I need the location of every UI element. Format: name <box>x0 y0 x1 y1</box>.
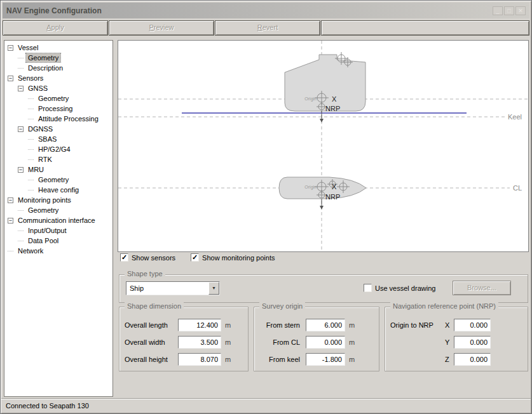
show-sensors-checkbox[interactable]: ✓ <box>120 253 128 262</box>
tree-item-label: HP/G2/G4 <box>36 145 72 154</box>
origin-to-nrp-label: Origin to NRP <box>390 321 445 329</box>
tree-collapse-icon[interactable]: − <box>8 45 13 51</box>
overall-length-label: Overall length <box>125 321 178 329</box>
tree-item-label: Input/Output <box>26 226 69 235</box>
overall-height-input[interactable] <box>178 353 221 366</box>
shape-type-select[interactable]: Ship ▼ <box>126 281 220 295</box>
nrp-z-input[interactable] <box>454 353 491 366</box>
preview-button[interactable]: Preview <box>109 20 214 36</box>
tree-collapse-icon[interactable]: − <box>18 167 24 173</box>
tree-item-vessel[interactable]: −Vessel <box>4 43 113 53</box>
tree-item-communication-interface[interactable]: −Communication interface <box>4 215 113 225</box>
revert-button[interactable]: Revert <box>215 20 320 36</box>
side-view-hull <box>285 55 365 111</box>
use-vessel-drawing-checkbox[interactable] <box>364 284 372 292</box>
maximize-icon[interactable]: □ <box>504 6 514 15</box>
tree-item-geometry[interactable]: Geometry <box>4 53 113 63</box>
tree-item-mru[interactable]: −MRU <box>4 164 113 175</box>
x-label-top: X <box>332 183 337 190</box>
from-cl-row: From CL m <box>259 333 379 351</box>
z-axis-arrowhead-side <box>320 119 324 123</box>
tree-collapse-icon[interactable]: − <box>18 126 24 132</box>
tree-connector <box>18 68 24 69</box>
from-stern-input[interactable] <box>306 319 345 331</box>
tree-connector <box>28 180 34 180</box>
tree-item-label: DGNSS <box>26 124 55 133</box>
overall-height-row: Overall height m <box>125 351 248 368</box>
survey-origin-group: Survey origin From stern m From CL m Fro… <box>254 307 379 371</box>
tree-item-processing[interactable]: Processing <box>4 104 113 114</box>
close-icon[interactable]: ✕ <box>515 6 526 15</box>
origin-label-side: Origin <box>304 97 317 102</box>
tree-item-monitoring-points[interactable]: −Monitoring points <box>4 195 113 205</box>
tree-item-geometry[interactable]: Geometry <box>4 93 113 104</box>
browse-button[interactable]: Browse... <box>453 281 511 295</box>
nrp-x-input[interactable] <box>454 319 491 331</box>
z-axis-arrowhead-top <box>320 206 324 210</box>
from-stern-row: From stern m <box>259 316 379 333</box>
nrp-group: Navigation reference point (NRP) Origin … <box>385 307 528 371</box>
minimize-icon[interactable]: _ <box>493 6 503 15</box>
tree-connector <box>28 190 34 190</box>
apply-button[interactable]: Apply <box>3 20 108 36</box>
nrp-z-row: Z <box>390 351 528 368</box>
tree-collapse-icon[interactable]: − <box>18 86 24 91</box>
overall-length-input[interactable] <box>178 319 221 331</box>
tree-item-geometry[interactable]: Geometry <box>4 205 113 215</box>
status-bar: Connected to Seapath 130 <box>1 398 531 413</box>
show-monitoring-points-label: Show monitoring points <box>202 254 275 262</box>
tree-collapse-icon[interactable]: − <box>8 76 13 81</box>
tree-item-geometry[interactable]: Geometry <box>4 175 113 185</box>
tree-item-sbas[interactable]: SBAS <box>4 134 113 144</box>
cl-label: CL <box>513 184 522 192</box>
tree-item-label: Vessel <box>16 43 40 52</box>
tree-item-heave-config[interactable]: Heave config <box>4 185 113 195</box>
use-vessel-drawing-option: Use vessel drawing <box>364 284 435 292</box>
view-options: ✓ Show sensors ✓ Show monitoring points <box>120 253 290 262</box>
toolbar-filler <box>321 20 529 36</box>
from-stern-label: From stern <box>259 321 300 329</box>
tree-item-dgnss[interactable]: −DGNSS <box>4 124 113 134</box>
shape-dimension-group-label: Shape dimension <box>125 302 184 310</box>
tree-item-label: Geometry <box>36 94 71 103</box>
vessel-drawing: Keel CL Origin X NRP <box>118 41 528 251</box>
tree-item-label: Description <box>26 63 65 72</box>
tree-item-attitude-processing[interactable]: Attitude Processing <box>4 114 113 124</box>
shape-type-value: Ship <box>126 284 208 292</box>
shape-dimension-group: Shape dimension Overall length m Overall… <box>119 307 249 371</box>
nrp-x-label: X <box>445 321 454 329</box>
window-title: NAV Engine Configuration <box>6 6 102 15</box>
tree-item-label: Data Pool <box>26 236 60 245</box>
tree-item-data-pool[interactable]: Data Pool <box>4 236 113 246</box>
tree-item-description[interactable]: Description <box>4 63 113 73</box>
tree-connector <box>28 119 34 119</box>
origin-label-top: Origin <box>304 185 317 190</box>
tree-collapse-icon[interactable]: − <box>8 218 13 224</box>
from-keel-input[interactable] <box>306 353 345 366</box>
tree-item-label: Processing <box>36 104 74 113</box>
tree-panel[interactable]: −VesselGeometryDescription−Sensors−GNSSG… <box>4 40 113 397</box>
show-monitoring-points-checkbox[interactable]: ✓ <box>191 253 199 262</box>
tree-item-input-output[interactable]: Input/Output <box>4 225 113 236</box>
tree-connector <box>18 210 24 211</box>
tree-connector <box>28 109 34 109</box>
tree-item-network[interactable]: Network <box>4 246 113 256</box>
nrp-y-input[interactable] <box>454 336 491 349</box>
from-cl-unit: m <box>349 338 355 346</box>
nrp-x-row: Origin to NRP X <box>390 316 528 333</box>
tree-connector <box>28 98 34 99</box>
tree-item-label: GNSS <box>26 84 50 93</box>
tree-collapse-icon[interactable]: − <box>8 197 13 203</box>
tree-item-sensors[interactable]: −Sensors <box>4 73 113 83</box>
chevron-down-icon[interactable]: ▼ <box>208 282 219 295</box>
overall-width-input[interactable] <box>178 336 221 349</box>
overall-width-row: Overall width m <box>125 333 248 351</box>
tree-item-label: Heave config <box>36 185 81 194</box>
from-keel-row: From keel m <box>259 351 379 368</box>
from-keel-unit: m <box>349 356 355 363</box>
tree-item-rtk[interactable]: RTK <box>4 154 113 164</box>
tree-item-hp-g2-g4[interactable]: HP/G2/G4 <box>4 144 113 154</box>
use-vessel-drawing-label: Use vessel drawing <box>375 284 435 292</box>
tree-item-gnss[interactable]: −GNSS <box>4 83 113 93</box>
from-cl-input[interactable] <box>306 336 345 349</box>
